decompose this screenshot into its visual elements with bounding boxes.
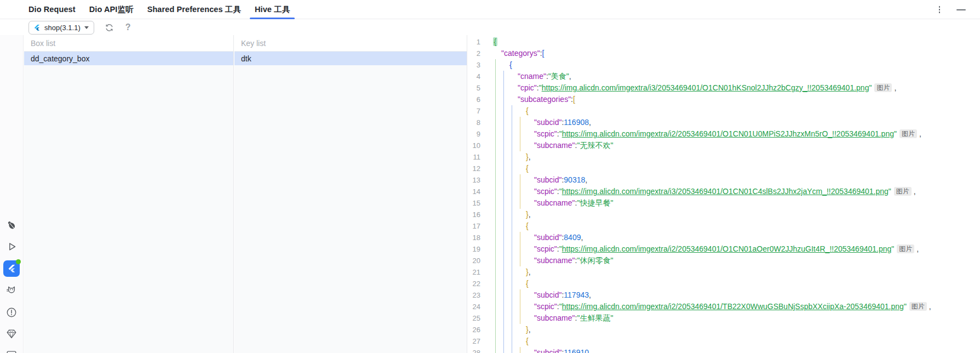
indent-guide — [512, 301, 512, 312]
url-link[interactable]: https://img.alicdn.com/imgextra/i2/20534… — [562, 302, 904, 311]
code-token: "scpic" — [534, 302, 557, 311]
code-line: }, — [484, 209, 980, 220]
tab-dio-request[interactable]: Dio Request — [28, 0, 76, 19]
play-icon — [5, 241, 18, 253]
indent-guide — [503, 151, 504, 163]
more-menu-icon[interactable] — [937, 4, 943, 15]
line-number: 9 — [468, 128, 484, 140]
image-preview-chip[interactable]: 图片 — [897, 244, 914, 253]
code-token: "生鲜果蔬" — [577, 314, 613, 322]
indent-guide — [512, 220, 512, 232]
refresh-icon[interactable] — [105, 23, 114, 32]
line-number: 22 — [468, 278, 484, 289]
code-token: "休闲零食" — [577, 256, 613, 265]
code-token: "subcname" — [534, 198, 575, 207]
key-list-item[interactable]: dtk — [234, 52, 467, 65]
code-token: "快捷早餐" — [577, 198, 613, 207]
indent-guide — [503, 128, 504, 140]
code-token: "subcid" — [534, 118, 561, 127]
code-area: {"categorys":[{"cname":"美食","cpic":"http… — [484, 36, 980, 353]
indent-guide — [520, 301, 520, 312]
indent-guide — [512, 312, 512, 324]
url-link[interactable]: https://img.alicdn.com/imgextra/i3/20534… — [562, 187, 889, 196]
line-number: 21 — [468, 266, 484, 278]
url-link[interactable]: https://img.alicdn.com/imgextra/i3/20534… — [542, 83, 869, 92]
indent-guide — [495, 301, 496, 312]
flutter-logo-icon — [33, 24, 41, 31]
line-number: 23 — [468, 289, 484, 301]
cat-icon — [5, 284, 18, 297]
indent-guide — [495, 324, 496, 335]
code-line: "subcname":"快捷早餐" — [484, 197, 980, 209]
code-line: "subcategories":[ — [484, 94, 980, 105]
diamond-icon — [5, 328, 18, 340]
indent-guide — [495, 243, 496, 255]
code-token: 90318 — [564, 175, 585, 184]
code-token: , — [589, 291, 591, 299]
code-token: " — [891, 244, 894, 253]
indent-guide — [495, 289, 496, 301]
url-link[interactable]: https://img.alicdn.com/imgextra/i2/20534… — [562, 129, 894, 138]
code-token: , — [581, 233, 583, 242]
json-viewer: 1234567891011121314151617181920212223242… — [468, 35, 980, 353]
image-preview-chip[interactable]: 图片 — [909, 302, 927, 311]
code-line: "scpic":"https://img.alicdn.com/imgextra… — [484, 186, 980, 197]
image-preview-chip[interactable]: 图片 — [874, 83, 892, 92]
indent-guide — [503, 71, 504, 82]
tab-hive-tool[interactable]: Hive 工具 — [255, 0, 290, 19]
indent-guide — [512, 140, 512, 151]
tab-shared-preferences-tool[interactable]: Shared Preferences 工具 — [147, 0, 241, 19]
image-preview-chip[interactable]: 图片 — [894, 187, 912, 196]
device-selector-label: shop(3.1.1) — [44, 24, 81, 32]
indent-guide — [512, 347, 512, 353]
code-line: { — [484, 163, 980, 174]
device-selector[interactable]: shop(3.1.1) — [28, 21, 94, 35]
line-number: 14 — [468, 186, 484, 197]
code-token: , — [529, 267, 531, 276]
sidebar-item-bug[interactable] — [3, 217, 20, 234]
line-number: 13 — [468, 174, 484, 186]
main-area: Box list dd_category_box Key list dtk 12… — [0, 35, 980, 353]
code-token: "scpic" — [534, 244, 557, 253]
line-number: 28 — [468, 347, 484, 353]
code-token: " — [869, 83, 872, 92]
code-token: , — [529, 210, 531, 219]
indent-guide — [512, 255, 512, 266]
indent-guide — [520, 128, 520, 140]
indent-guide — [503, 289, 504, 301]
code-token: { — [526, 221, 529, 230]
chevron-down-icon — [84, 26, 89, 29]
tab-dio-api-monitor[interactable]: Dio API监听 — [89, 0, 134, 19]
sidebar-item-diamond[interactable] — [3, 326, 20, 342]
code-token: , — [585, 175, 587, 184]
sidebar-item-alert[interactable] — [3, 304, 20, 321]
code-line: { — [484, 278, 980, 289]
sidebar-item-terminal[interactable] — [3, 347, 20, 353]
code-line: "subcname":"生鲜果蔬" — [484, 312, 980, 324]
code-token: " — [894, 129, 897, 138]
indent-guide — [512, 174, 512, 186]
indent-guide — [512, 324, 512, 335]
minimize-icon[interactable] — [956, 9, 966, 10]
code-token: { — [526, 164, 529, 173]
line-number: 18 — [468, 232, 484, 243]
indent-guide — [520, 255, 520, 266]
indent-guide — [503, 197, 504, 209]
indent-guide — [520, 289, 520, 301]
code-token: "scpic" — [534, 129, 557, 138]
tab-label: Dio API监听 — [89, 4, 134, 15]
code-token: "subcname" — [534, 314, 575, 322]
sidebar-item-cat[interactable] — [3, 282, 20, 299]
sidebar-item-play[interactable] — [3, 238, 20, 255]
sidebar-item-flutter[interactable] — [3, 260, 20, 277]
code-token: 116910 — [564, 348, 589, 353]
indent-guide — [495, 128, 496, 140]
help-icon[interactable]: ? — [125, 22, 131, 32]
box-list-item[interactable]: dd_category_box — [24, 52, 233, 65]
line-number: 24 — [468, 301, 484, 312]
code-token: "scpic" — [534, 187, 557, 196]
url-link[interactable]: https://img.alicdn.com/imgextra/i2/20534… — [562, 244, 892, 253]
indent-guide — [495, 140, 496, 151]
image-preview-chip[interactable]: 图片 — [899, 129, 917, 138]
code-line: "subcid":90318, — [484, 174, 980, 186]
